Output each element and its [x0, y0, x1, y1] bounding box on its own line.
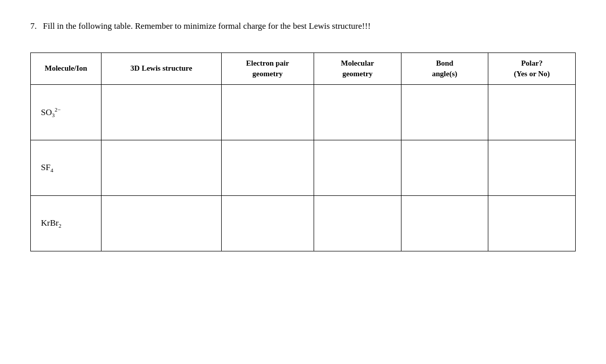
bond-so3 [401, 84, 488, 140]
polar-so3 [488, 84, 576, 140]
table-row: SO32− [31, 84, 576, 140]
header-electron-pair: Electron pair geometry [221, 53, 314, 84]
header-bond-angle: Bond angle(s) [401, 53, 488, 84]
bond-sf4 [401, 140, 488, 195]
table-header-row: Molecule/Ion 3D Lewis structure Electron… [31, 53, 576, 84]
lewis-so3 [102, 84, 221, 140]
header-molecule-ion: Molecule/Ion [31, 53, 102, 84]
electron-sf4 [221, 140, 314, 195]
instruction-body: Fill in the following table. Remember to… [43, 21, 371, 31]
lewis-sf4 [102, 140, 221, 195]
electron-krbr2 [221, 195, 314, 251]
molecular-so3 [314, 84, 401, 140]
molecular-krbr2 [314, 195, 401, 251]
chemistry-table: Molecule/Ion 3D Lewis structure Electron… [30, 53, 576, 251]
bond-krbr2 [401, 195, 488, 251]
electron-so3 [221, 84, 314, 140]
formula-krbr2: KrBr2 [41, 218, 61, 229]
polar-krbr2 [488, 195, 576, 251]
molecule-sf4: SF4 [31, 140, 102, 195]
table-row: KrBr2 [31, 195, 576, 251]
question-number: 7. [30, 21, 37, 31]
instruction-text: 7. Fill in the following table. Remember… [30, 20, 576, 32]
lewis-krbr2 [102, 195, 221, 251]
molecular-sf4 [314, 140, 401, 195]
header-polar: Polar? (Yes or No) [488, 53, 576, 84]
header-lewis-structure: 3D Lewis structure [102, 53, 221, 84]
formula-sf4: SF4 [41, 163, 53, 173]
molecule-so3: SO32− [31, 84, 102, 140]
table-row: SF4 [31, 140, 576, 195]
header-molecular-geometry: Molecular geometry [314, 53, 401, 84]
polar-sf4 [488, 140, 576, 195]
formula-so3: SO32− [41, 107, 61, 118]
molecule-krbr2: KrBr2 [31, 195, 102, 251]
